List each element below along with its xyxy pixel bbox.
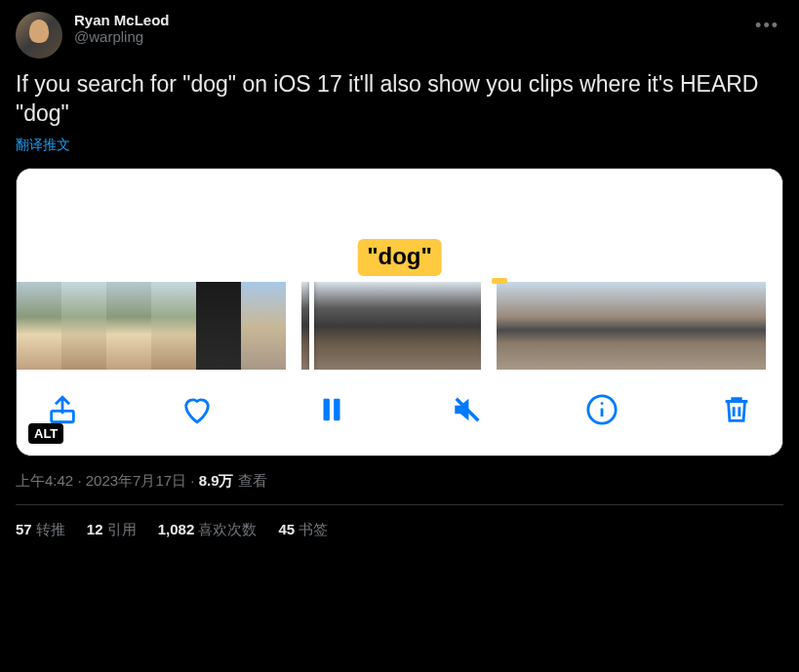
thumbnail (436, 282, 481, 370)
mute-icon[interactable] (451, 393, 484, 426)
svg-rect-1 (324, 398, 330, 420)
tweet-header: Ryan McLeod @warpling ••• (16, 12, 783, 59)
thumbnail (497, 282, 541, 370)
views-count: 8.9万 (199, 472, 234, 489)
thumbnail (721, 282, 766, 370)
thumbnail (196, 282, 241, 370)
clip-group-active (301, 282, 481, 370)
thumbnail (631, 282, 676, 370)
thumbnail (346, 282, 391, 370)
clip-group (497, 282, 766, 370)
search-term-badge: "dog" (357, 239, 442, 276)
thumbnail (586, 282, 631, 370)
tweet-stats: 57 转推 12 引用 1,082 喜欢次数 45 书签 (16, 505, 783, 555)
trash-icon[interactable] (720, 393, 753, 426)
retweets-stat[interactable]: 57 转推 (16, 521, 65, 539)
heart-icon[interactable] (180, 393, 214, 426)
media-toolbar (17, 370, 782, 455)
thumbnail (301, 282, 346, 370)
thumbnail (17, 282, 61, 370)
tweet-time[interactable]: 上午4:42 (16, 472, 73, 489)
handle: @warpling (74, 28, 739, 45)
pause-icon[interactable] (315, 393, 348, 426)
info-icon[interactable] (585, 393, 619, 426)
translate-link[interactable]: 翻译推文 (16, 137, 70, 154)
display-name: Ryan McLeod (74, 12, 739, 28)
avatar[interactable] (16, 12, 62, 59)
tweet-container: Ryan McLeod @warpling ••• If you search … (0, 0, 799, 555)
svg-rect-2 (335, 398, 340, 420)
alt-badge[interactable]: ALT (28, 423, 63, 444)
filmstrip[interactable] (17, 282, 782, 370)
clip-group (17, 282, 286, 370)
tweet-text: If you search for "dog" on iOS 17 it'll … (16, 70, 783, 129)
share-icon[interactable] (46, 393, 79, 426)
thumbnail (241, 282, 286, 370)
more-icon[interactable]: ••• (751, 12, 783, 40)
media-card[interactable]: "dog" (16, 168, 783, 456)
thumbnail (106, 282, 151, 370)
likes-stat[interactable]: 1,082 喜欢次数 (158, 521, 258, 539)
author-block[interactable]: Ryan McLeod @warpling (74, 12, 739, 45)
media-top: "dog" (17, 169, 782, 282)
tweet-date[interactable]: 2023年7月17日 (86, 472, 186, 489)
thumbnail (151, 282, 196, 370)
svg-point-6 (600, 402, 603, 405)
quotes-stat[interactable]: 12 引用 (87, 521, 137, 539)
bookmarks-stat[interactable]: 45 书签 (278, 521, 328, 539)
playhead-marker (492, 278, 507, 284)
thumbnail (61, 282, 106, 370)
views-label: 查看 (238, 472, 267, 489)
thumbnail (541, 282, 586, 370)
tweet-meta: 上午4:42 · 2023年7月17日 · 8.9万 查看 (16, 472, 783, 505)
thumbnail (676, 282, 721, 370)
thumbnail (391, 282, 436, 370)
